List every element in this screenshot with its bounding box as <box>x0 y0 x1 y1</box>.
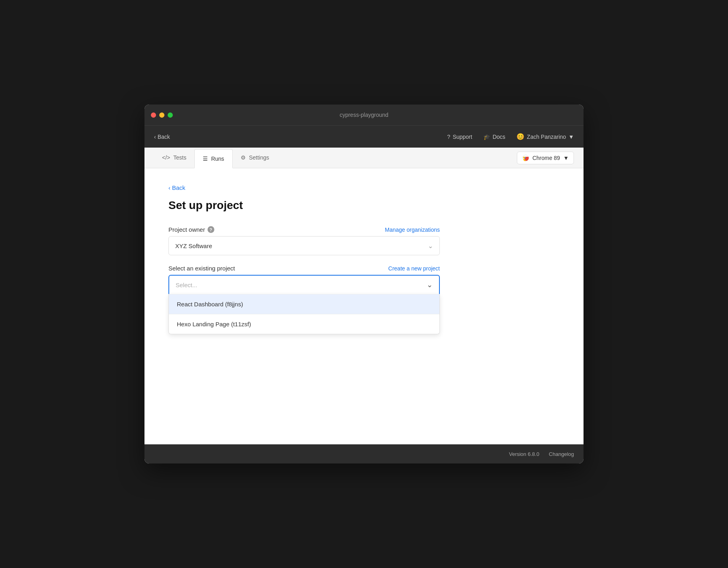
app-window: cypress-playground ‹ Back ? Support 🎓 Do… <box>144 105 584 463</box>
project-select-input[interactable]: Select... ⌄ <box>168 275 440 294</box>
back-chevron-icon: ‹ <box>154 134 156 140</box>
minimize-button[interactable] <box>159 112 164 118</box>
owner-value: XYZ Software <box>175 243 212 249</box>
mortarboard-icon: 🎓 <box>483 134 490 140</box>
select-existing-label: Select an existing project <box>168 265 235 272</box>
browser-label: Chrome 89 <box>532 155 560 161</box>
tab-runs[interactable]: ☰ Runs <box>194 149 233 168</box>
select-chevron-down-icon: ⌄ <box>427 280 433 289</box>
project-dropdown-menu: React Dashboard (f8jjns) Hexo Landing Pa… <box>168 294 440 334</box>
help-icon[interactable]: ? <box>208 226 214 233</box>
user-chevron-icon: ▼ <box>568 134 574 140</box>
navbar: ‹ Back ? Support 🎓 Docs 😊 Zach Panzarino… <box>144 125 584 148</box>
project-owner-select[interactable]: XYZ Software ⌄ <box>168 236 440 255</box>
user-name: Zach Panzarino <box>527 134 566 140</box>
tab-right-area: Chrome 89 ▼ <box>517 148 574 168</box>
user-menu[interactable]: 😊 Zach Panzarino ▼ <box>516 133 574 140</box>
runs-tab-label: Runs <box>211 156 224 162</box>
code-icon: </> <box>162 154 170 161</box>
changelog-link[interactable]: Changelog <box>549 451 574 457</box>
close-button[interactable] <box>151 112 156 118</box>
browser-selector[interactable]: Chrome 89 ▼ <box>517 152 574 164</box>
manage-orgs-link[interactable]: Manage organizations <box>385 227 440 233</box>
nav-back-button[interactable]: ‹ Back <box>154 134 170 140</box>
user-avatar: 😊 <box>516 133 524 140</box>
support-label: Support <box>453 134 472 140</box>
form-section: Project owner ? Manage organizations XYZ… <box>168 226 440 334</box>
nav-back-label: Back <box>158 134 170 140</box>
content-back-label: Back <box>172 184 185 191</box>
create-new-project-link[interactable]: Create a new project <box>388 265 440 272</box>
dropdown-item[interactable]: Hexo Landing Page (t11zsf) <box>169 314 439 334</box>
footer: Version 6.8.0 Changelog <box>144 444 584 463</box>
browser-chevron-icon: ▼ <box>563 155 569 161</box>
back-arrow-icon: ‹ <box>168 184 170 191</box>
support-link[interactable]: ? Support <box>447 134 472 140</box>
settings-tab-label: Settings <box>249 154 269 161</box>
main-content: ‹ Back Set up project Project owner ? Ma… <box>144 168 584 444</box>
dropdown-item[interactable]: React Dashboard (f8jjns) <box>169 294 439 314</box>
select-placeholder: Select... <box>176 282 197 288</box>
tab-tests[interactable]: </> Tests <box>154 148 194 168</box>
titlebar: cypress-playground <box>144 105 584 125</box>
select-project-label-row: Select an existing project Create a new … <box>168 265 440 272</box>
tab-settings[interactable]: ⚙ Settings <box>233 148 277 168</box>
dropdown-item-label: React Dashboard (f8jjns) <box>177 301 243 308</box>
project-owner-label: Project owner ? <box>168 226 214 233</box>
dropdown-item-label: Hexo Landing Page (t11zsf) <box>177 321 251 327</box>
content-back-link[interactable]: ‹ Back <box>168 184 560 191</box>
runs-icon: ☰ <box>203 156 208 162</box>
owner-chevron-icon: ⌄ <box>428 242 433 250</box>
tabbar: </> Tests ☰ Runs ⚙ Settings Chrome 89 ▼ <box>144 148 584 168</box>
traffic-lights <box>151 112 173 118</box>
question-icon: ? <box>447 134 450 140</box>
tests-tab-label: Tests <box>173 154 186 161</box>
docs-label: Docs <box>493 134 505 140</box>
select-existing-label-text: Select an existing project <box>168 265 235 272</box>
page-title: Set up project <box>168 199 560 212</box>
version-text: Version 6.8.0 <box>509 451 539 457</box>
docs-link[interactable]: 🎓 Docs <box>483 134 505 140</box>
project-select-dropdown-wrapper: Select... ⌄ React Dashboard (f8jjns) Hex… <box>168 275 440 334</box>
nav-right: ? Support 🎓 Docs 😊 Zach Panzarino ▼ <box>447 133 574 140</box>
gear-icon: ⚙ <box>241 154 246 161</box>
project-owner-label-text: Project owner <box>168 226 205 233</box>
chrome-icon <box>522 154 529 162</box>
window-title: cypress-playground <box>340 112 388 118</box>
project-owner-label-row: Project owner ? Manage organizations <box>168 226 440 233</box>
maximize-button[interactable] <box>168 112 173 118</box>
